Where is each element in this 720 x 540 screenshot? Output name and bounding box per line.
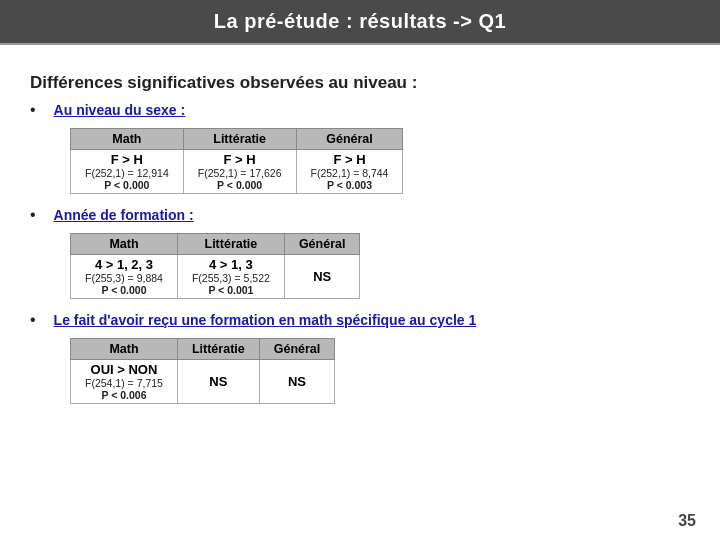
bullet-row-formation: • Année de formation : xyxy=(30,206,690,229)
th-sexe-litt: Littératie xyxy=(183,129,296,150)
cell-main-sexe-gen: F > H xyxy=(311,152,389,167)
section-cycle1: • Le fait d'avoir reçu une formation en … xyxy=(30,311,690,404)
th-sexe-gen: Général xyxy=(296,129,403,150)
table-wrap-formation: Math Littératie Général 4 > 1, 2, 3 F(25… xyxy=(70,233,690,299)
bullet-row-sexe: • Au niveau du sexe : xyxy=(30,101,690,124)
th-form-litt: Littératie xyxy=(177,234,284,255)
td-form-math: 4 > 1, 2, 3 F(255,3) = 9,884 P < 0.000 xyxy=(71,255,178,299)
cell-p-form-litt: P < 0.001 xyxy=(192,284,270,296)
th-cyc-math: Math xyxy=(71,339,178,360)
cell-p-cyc-math: P < 0.006 xyxy=(85,389,163,401)
table-cycle1: Math Littératie Général OUI > NON F(254,… xyxy=(70,338,335,404)
bullet-dot-sexe: • xyxy=(30,101,36,119)
td-cyc-math: OUI > NON F(254,1) = 7,715 P < 0.006 xyxy=(71,360,178,404)
table-sexe: Math Littératie Général F > H F(252,1) =… xyxy=(70,128,403,194)
cell-p-sexe-gen: P < 0.003 xyxy=(311,179,389,191)
cell-sub-sexe-litt: F(252,1) = 17,626 xyxy=(198,167,282,179)
divider xyxy=(0,43,720,45)
cell-sub-sexe-math: F(252,1) = 12,914 xyxy=(85,167,169,179)
cell-p-sexe-litt: P < 0.000 xyxy=(198,179,282,191)
td-cyc-litt: NS xyxy=(177,360,259,404)
table-wrap-sexe: Math Littératie Général F > H F(252,1) =… xyxy=(70,128,690,194)
content-area: Différences significatives observées au … xyxy=(0,55,720,426)
td-sexe-gen: F > H F(252,1) = 8,744 P < 0.003 xyxy=(296,150,403,194)
cell-main-cyc-math: OUI > NON xyxy=(85,362,163,377)
cell-main-form-math: 4 > 1, 2, 3 xyxy=(85,257,163,272)
cell-main-form-gen: NS xyxy=(313,269,331,284)
th-sexe-math: Math xyxy=(71,129,184,150)
bullet-dot-cycle1: • xyxy=(30,311,36,329)
cell-sub-form-math: F(255,3) = 9,884 xyxy=(85,272,163,284)
td-sexe-litt: F > H F(252,1) = 17,626 P < 0.000 xyxy=(183,150,296,194)
table-formation: Math Littératie Général 4 > 1, 2, 3 F(25… xyxy=(70,233,360,299)
section-formation: • Année de formation : Math Littératie G… xyxy=(30,206,690,299)
cell-main-cyc-litt: NS xyxy=(209,374,227,389)
title-text: La pré-étude : résultats -> Q1 xyxy=(214,10,506,32)
td-form-litt: 4 > 1, 3 F(255,3) = 5,522 P < 0.001 xyxy=(177,255,284,299)
cell-p-form-math: P < 0.000 xyxy=(85,284,163,296)
td-cyc-gen: NS xyxy=(259,360,335,404)
label-cycle1: Le fait d'avoir reçu une formation en ma… xyxy=(54,312,477,328)
th-form-gen: Général xyxy=(284,234,360,255)
cell-main-cyc-gen: NS xyxy=(288,374,306,389)
cell-p-sexe-math: P < 0.000 xyxy=(85,179,169,191)
label-sexe: Au niveau du sexe : xyxy=(54,102,185,118)
page-number: 35 xyxy=(678,512,696,530)
bullet-row-cycle1: • Le fait d'avoir reçu une formation en … xyxy=(30,311,690,334)
table-wrap-cycle1: Math Littératie Général OUI > NON F(254,… xyxy=(70,338,690,404)
slide: La pré-étude : résultats -> Q1 Différenc… xyxy=(0,0,720,540)
th-cyc-litt: Littératie xyxy=(177,339,259,360)
cell-sub-cyc-math: F(254,1) = 7,715 xyxy=(85,377,163,389)
td-sexe-math: F > H F(252,1) = 12,914 P < 0.000 xyxy=(71,150,184,194)
cell-main-sexe-litt: F > H xyxy=(198,152,282,167)
cell-sub-sexe-gen: F(252,1) = 8,744 xyxy=(311,167,389,179)
th-cyc-gen: Général xyxy=(259,339,335,360)
table-row: F > H F(252,1) = 12,914 P < 0.000 F > H … xyxy=(71,150,403,194)
th-form-math: Math xyxy=(71,234,178,255)
cell-sub-form-litt: F(255,3) = 5,522 xyxy=(192,272,270,284)
section-sexe: • Au niveau du sexe : Math Littératie Gé… xyxy=(30,101,690,194)
intro-heading: Différences significatives observées au … xyxy=(30,73,690,93)
table-row: OUI > NON F(254,1) = 7,715 P < 0.006 NS … xyxy=(71,360,335,404)
label-formation: Année de formation : xyxy=(54,207,194,223)
cell-main-form-litt: 4 > 1, 3 xyxy=(192,257,270,272)
td-form-gen: NS xyxy=(284,255,360,299)
table-row: 4 > 1, 2, 3 F(255,3) = 9,884 P < 0.000 4… xyxy=(71,255,360,299)
slide-title: La pré-étude : résultats -> Q1 xyxy=(0,0,720,43)
bullet-dot-formation: • xyxy=(30,206,36,224)
cell-main-sexe-math: F > H xyxy=(85,152,169,167)
